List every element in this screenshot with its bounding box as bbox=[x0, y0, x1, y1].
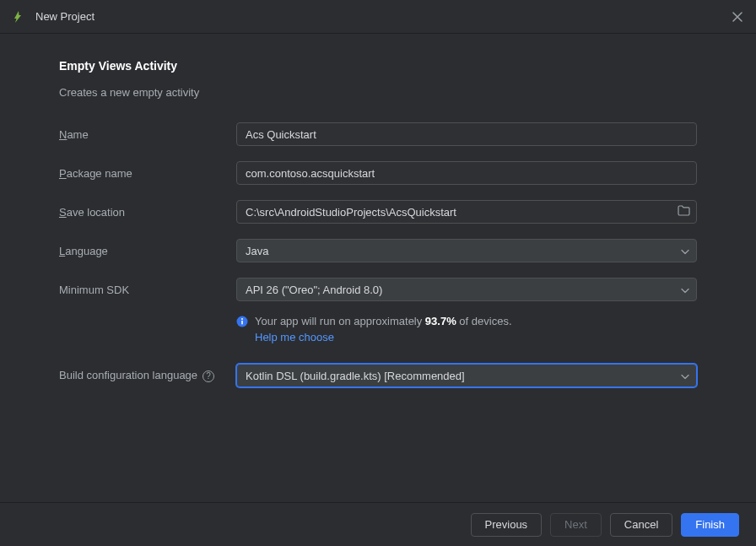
minimum-sdk-select[interactable]: API 26 ("Oreo"; Android 8.0) bbox=[236, 278, 697, 301]
name-input[interactable] bbox=[236, 122, 697, 146]
svg-rect-2 bbox=[241, 321, 243, 325]
window-title: New Project bbox=[35, 10, 94, 23]
row-package-name: Package name bbox=[59, 161, 697, 185]
chevron-down-icon bbox=[681, 245, 689, 257]
package-name-input[interactable] bbox=[236, 161, 697, 185]
titlebar: New Project bbox=[0, 0, 756, 34]
dialog-footer: Previous Next Cancel Finish bbox=[0, 502, 756, 546]
language-select[interactable]: Java bbox=[236, 239, 697, 262]
row-name: Name bbox=[59, 122, 697, 146]
row-language: Language Java bbox=[59, 239, 697, 262]
sdk-coverage-text: Your app will run on approximately 93.7%… bbox=[255, 315, 512, 327]
label-save-location: Save location bbox=[59, 206, 236, 219]
label-name: Name bbox=[59, 128, 236, 141]
minimum-sdk-value: API 26 ("Oreo"; Android 8.0) bbox=[246, 284, 382, 296]
cancel-button[interactable]: Cancel bbox=[610, 513, 672, 537]
row-minimum-sdk: Minimum SDK API 26 ("Oreo"; Android 8.0) bbox=[59, 278, 697, 301]
finish-button[interactable]: Finish bbox=[681, 513, 739, 537]
previous-button[interactable]: Previous bbox=[471, 513, 543, 537]
next-button: Next bbox=[550, 513, 602, 537]
label-build-config-language: Build configuration language? bbox=[59, 369, 236, 382]
dialog-body: Empty Views Activity Creates a new empty… bbox=[0, 34, 756, 502]
save-location-input[interactable] bbox=[236, 200, 697, 224]
chevron-down-icon bbox=[681, 284, 689, 296]
android-studio-icon bbox=[12, 10, 25, 24]
label-minimum-sdk: Minimum SDK bbox=[59, 284, 236, 296]
row-sdk-info: Your app will run on approximately 93.7%… bbox=[59, 313, 697, 343]
browse-folder-icon[interactable] bbox=[678, 205, 690, 219]
help-me-choose-link[interactable]: Help me choose bbox=[255, 331, 512, 343]
chevron-down-icon bbox=[681, 370, 689, 382]
label-language: Language bbox=[59, 245, 236, 257]
label-package-name: Package name bbox=[59, 167, 236, 180]
build-config-language-select[interactable]: Kotlin DSL (build.gradle.kts) [Recommend… bbox=[236, 364, 697, 387]
dialog-window: New Project Empty Views Activity Creates… bbox=[0, 0, 756, 546]
row-save-location: Save location bbox=[59, 200, 697, 224]
info-icon bbox=[236, 316, 248, 330]
svg-point-1 bbox=[241, 318, 243, 320]
row-build-config-language: Build configuration language? Kotlin DSL… bbox=[59, 364, 697, 387]
close-icon[interactable] bbox=[731, 10, 744, 24]
page-subtitle: Creates a new empty activity bbox=[59, 86, 697, 99]
build-config-language-value: Kotlin DSL (build.gradle.kts) [Recommend… bbox=[246, 370, 465, 382]
help-icon[interactable]: ? bbox=[202, 370, 214, 382]
language-value: Java bbox=[246, 245, 268, 257]
page-title: Empty Views Activity bbox=[59, 59, 697, 73]
